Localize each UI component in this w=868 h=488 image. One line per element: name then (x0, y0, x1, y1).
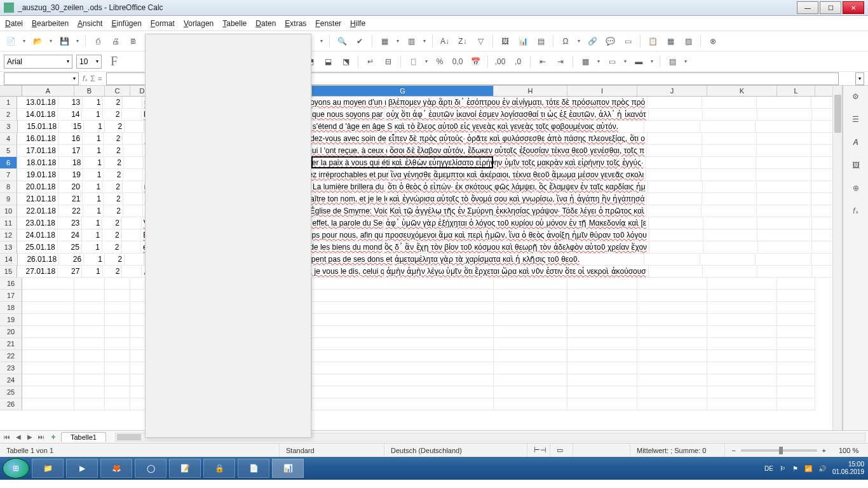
cell[interactable]: 1 (84, 254, 105, 266)
cell[interactable]: 22.01.18 (17, 205, 58, 217)
cell[interactable] (105, 314, 130, 326)
row-header[interactable]: 10 (0, 205, 17, 217)
cell[interactable] (125, 121, 144, 133)
tray-network-icon[interactable]: 📶 (804, 465, 812, 472)
number-icon[interactable]: 0,0 (451, 55, 465, 69)
equals-icon[interactable]: = (98, 74, 102, 83)
row-header[interactable]: 12 (0, 229, 17, 241)
cell[interactable] (74, 302, 105, 314)
sort-desc-icon[interactable]: Z↓ (456, 34, 470, 48)
cell[interactable] (647, 205, 702, 217)
cell[interactable]: 15.01.18 (18, 121, 60, 133)
menu-datei[interactable]: Datei (5, 19, 23, 28)
cell[interactable] (123, 205, 143, 217)
taskbar-writer-icon[interactable]: 📄 (238, 459, 269, 478)
status-style[interactable]: Standard (280, 444, 384, 457)
cell[interactable] (22, 386, 74, 398)
cell[interactable] (567, 386, 637, 398)
cell[interactable]: 24 (58, 229, 82, 241)
cell[interactable] (74, 374, 105, 386)
cell[interactable] (312, 386, 494, 398)
omega-icon[interactable]: Ω (559, 34, 573, 48)
row-header[interactable]: 13 (0, 241, 17, 254)
cell[interactable]: 2 (102, 229, 122, 241)
cell[interactable] (494, 278, 567, 290)
row-header[interactable]: 8 (0, 181, 17, 193)
navigator-icon[interactable]: ⊕ (849, 181, 863, 195)
cell[interactable] (707, 350, 777, 362)
cell[interactable] (777, 302, 815, 314)
wrap-icon[interactable]: ↵ (363, 55, 377, 69)
cell[interactable] (22, 278, 74, 290)
minimize-button[interactable]: — (797, 1, 818, 14)
cell[interactable] (707, 302, 777, 314)
date-icon[interactable]: 📅 (468, 55, 482, 69)
cell[interactable] (649, 241, 703, 254)
cell[interactable]: 23 (58, 217, 82, 229)
cell[interactable] (703, 181, 757, 193)
col-header-G[interactable]: G (312, 86, 494, 96)
cell[interactable] (22, 302, 74, 314)
cell[interactable]: 21.01.18 (17, 193, 58, 205)
cell[interactable] (494, 374, 567, 386)
col-header-A[interactable]: A (22, 86, 74, 96)
cell[interactable]: 16.01.18 (17, 133, 58, 145)
cell[interactable] (105, 278, 130, 290)
cell[interactable]: 19 (58, 169, 83, 181)
cell[interactable] (756, 169, 811, 181)
cell[interactable]: 2 (103, 266, 123, 278)
select-all-corner[interactable] (0, 86, 22, 96)
cell[interactable]: 17.01.18 (17, 145, 58, 157)
cell[interactable]: 20.01.18 (17, 181, 58, 193)
taskbar-calc-icon[interactable]: 📊 (272, 459, 304, 478)
cell[interactable]: καὶ ἐγνώρισα αὐτοῖς τὸ ὄνομά σου καὶ γνω… (388, 193, 648, 205)
cell[interactable]: βλέπομεν γὰρ ἄρτι δι᾽ ἐσόπτρου ἐν αἰνίγμ… (386, 97, 648, 109)
cell[interactable] (702, 193, 757, 205)
cell[interactable] (701, 157, 756, 169)
freeze-icon[interactable]: ▦ (663, 34, 677, 48)
cell[interactable] (637, 398, 707, 410)
cell[interactable] (777, 338, 815, 350)
cell[interactable]: ἀφ᾽ ὑμῶν γὰρ ἐξήχηται ὁ λόγος τοῦ κυρίου… (384, 217, 649, 229)
cell[interactable] (22, 350, 74, 362)
row-header[interactable]: 16 (0, 278, 22, 290)
cell[interactable]: εἶπεν δὲ πρὸς αὐτούς· ὁρᾶτε καὶ φυλάσσεσ… (386, 133, 648, 145)
cell[interactable] (700, 254, 756, 266)
system-tray[interactable]: DE 🏳 ⚑ 📶 🔊 15:0001.06.2019 (764, 457, 864, 480)
comment-icon[interactable]: 💬 (603, 34, 617, 48)
cell[interactable] (777, 314, 815, 326)
cell[interactable] (312, 338, 494, 350)
save-icon[interactable]: 💾 (57, 34, 71, 48)
cell[interactable]: 1 (83, 205, 104, 217)
status-language[interactable]: Deutsch (Deutschland) (384, 444, 527, 457)
cell[interactable] (312, 362, 494, 374)
font-name-select[interactable]: Arial▾ (4, 55, 72, 69)
tray-flag-icon[interactable]: 🏳 (780, 465, 786, 472)
cell[interactable] (312, 374, 494, 386)
formula-expand-icon[interactable]: ▾ (855, 72, 864, 85)
cell[interactable]: 2 (102, 217, 122, 229)
tab-add-icon[interactable]: + (48, 433, 58, 442)
menu-ansicht[interactable]: Ansicht (78, 19, 102, 28)
tab-first-icon[interactable]: ⏮ (3, 433, 11, 440)
cell[interactable] (312, 278, 494, 290)
menu-bearbeiten[interactable]: Bearbeiten (32, 19, 69, 28)
cell[interactable] (646, 169, 702, 181)
condformat-icon[interactable]: ▤ (665, 55, 679, 69)
cell[interactable] (22, 374, 74, 386)
cell[interactable] (122, 266, 142, 278)
row-header[interactable]: 11 (0, 217, 17, 229)
cell[interactable] (703, 217, 757, 229)
col-header-J[interactable]: J (637, 86, 707, 96)
cell[interactable]: ἀμὴν ἀμὴν λέγω ὑμῖν ὅτι ἔρχεται ὥρα καὶ … (384, 266, 649, 278)
sort-asc-icon[interactable]: A↓ (438, 34, 452, 48)
menu-tabelle[interactable]: Tabelle (222, 19, 247, 28)
cell[interactable] (757, 193, 811, 205)
col-header-B[interactable]: B (74, 86, 105, 96)
cell[interactable] (647, 145, 702, 157)
cell[interactable] (123, 97, 142, 109)
tray-clock[interactable]: 15:0001.06.2019 (832, 461, 864, 476)
cell[interactable] (702, 97, 757, 109)
fx-icon[interactable]: fₓ (83, 74, 88, 83)
cell[interactable] (637, 362, 707, 374)
